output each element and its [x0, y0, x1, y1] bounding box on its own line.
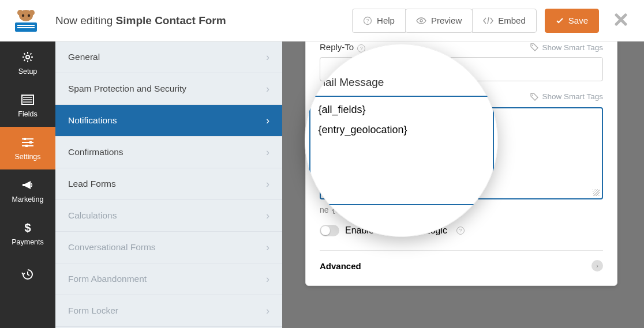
preview-button[interactable]: Preview	[405, 9, 473, 33]
resize-grip[interactable]	[593, 189, 600, 196]
sliders-icon	[21, 135, 35, 149]
subnav-calculations[interactable]: Calculations›	[55, 200, 282, 232]
svg-rect-21	[25, 145, 28, 147]
rail-marketing[interactable]: Marketing	[0, 169, 55, 212]
svg-text:$: $	[24, 221, 31, 234]
settings-subnav: General› Spam Protection and Security› N…	[55, 42, 282, 328]
sidebar-rail: Setup Fields Settings Marketing $ Paymen…	[0, 42, 55, 328]
conditional-logic-toggle[interactable]	[320, 225, 339, 236]
subnav-notifications[interactable]: Notifications›	[55, 105, 282, 137]
svg-point-3	[22, 14, 24, 16]
conditional-logic-label: Enable Conditional Logic	[345, 225, 447, 236]
subnav-confirmations[interactable]: Confirmations›	[55, 137, 282, 168]
svg-rect-7	[17, 27, 35, 28]
divider	[320, 250, 603, 251]
chevron-right-icon: ›	[266, 115, 269, 127]
rail-fields[interactable]: Fields	[0, 84, 55, 127]
svg-rect-6	[17, 25, 35, 26]
page-title: Now editing Simple Contact Form	[55, 14, 226, 27]
subnav-leadforms[interactable]: Lead Forms›	[55, 168, 282, 200]
help-button[interactable]: ? Help	[352, 9, 406, 33]
advanced-section-toggle[interactable]: Advanced ›	[320, 260, 603, 272]
rail-label: Marketing	[12, 195, 44, 203]
help-icon[interactable]: ?	[357, 44, 365, 52]
close-icon[interactable]	[614, 13, 630, 29]
svg-point-24	[532, 95, 533, 96]
svg-point-4	[28, 14, 30, 16]
subnav-conversational[interactable]: Conversational Forms›	[55, 232, 282, 263]
notification-panel: Reply-To? Show Smart Tags Email Message	[305, 42, 617, 286]
rail-settings[interactable]: Settings	[0, 127, 55, 169]
wpforms-logo	[8, 7, 44, 35]
email-message-textarea[interactable]: {all_fields} {entry_geolocation}	[320, 107, 603, 199]
subnav-spam[interactable]: Spam Protection and Security›	[55, 73, 282, 105]
reply-to-input[interactable]	[320, 57, 603, 81]
topbar: Now editing Simple Contact Form ? Help P…	[0, 0, 644, 42]
subnav-general[interactable]: General›	[55, 42, 282, 73]
helper-text: ne {all_fields} Smart Tag.	[320, 205, 603, 214]
history-icon	[21, 267, 35, 281]
svg-rect-20	[29, 141, 32, 144]
smart-tags-toggle[interactable]: Show Smart Tags	[530, 43, 603, 52]
tag-icon	[530, 93, 538, 101]
svg-text:?: ?	[366, 18, 369, 24]
chevron-right-icon: ›	[266, 178, 269, 190]
chevron-right-icon: ›	[266, 83, 269, 95]
tag-icon	[530, 43, 538, 51]
svg-point-23	[532, 45, 533, 46]
check-icon	[556, 17, 564, 25]
subnav-locker[interactable]: Form Locker›	[55, 295, 282, 327]
bullhorn-icon	[21, 178, 35, 192]
chevron-right-icon: ›	[266, 242, 269, 254]
rail-label: Settings	[14, 153, 40, 161]
chevron-right-icon: ›	[266, 273, 269, 285]
chevron-right-icon: ›	[266, 146, 269, 159]
rail-setup[interactable]: Setup	[0, 42, 55, 84]
email-message-label: Email Message	[320, 91, 391, 102]
help-icon[interactable]: ?	[456, 227, 465, 235]
rail-label: Fields	[18, 110, 37, 118]
svg-point-10	[420, 20, 422, 22]
eye-icon	[416, 16, 426, 25]
reply-to-label: Reply-To	[320, 42, 354, 52]
fields-icon	[21, 93, 35, 107]
smart-tags-toggle[interactable]: Show Smart Tags	[530, 92, 603, 101]
embed-button[interactable]: Embed	[472, 9, 537, 33]
gear-icon	[21, 50, 35, 64]
svg-point-11	[26, 55, 29, 59]
code-icon	[483, 17, 493, 24]
chevron-right-icon: ›	[266, 305, 269, 317]
chevron-right-icon: ›	[591, 260, 603, 272]
save-button[interactable]: Save	[545, 9, 599, 33]
main-area: Reply-To? Show Smart Tags Email Message	[282, 42, 644, 328]
rail-revisions[interactable]	[0, 255, 55, 297]
subnav-abandonment[interactable]: Form Abandonment›	[55, 263, 282, 295]
rail-label: Payments	[12, 238, 44, 246]
svg-rect-19	[24, 138, 26, 140]
chevron-right-icon: ›	[266, 51, 269, 63]
rail-label: Setup	[18, 67, 38, 76]
help-icon: ?	[363, 16, 372, 25]
rail-payments[interactable]: $ Payments	[0, 212, 55, 255]
chevron-right-icon: ›	[266, 210, 269, 222]
dollar-icon: $	[21, 221, 35, 235]
